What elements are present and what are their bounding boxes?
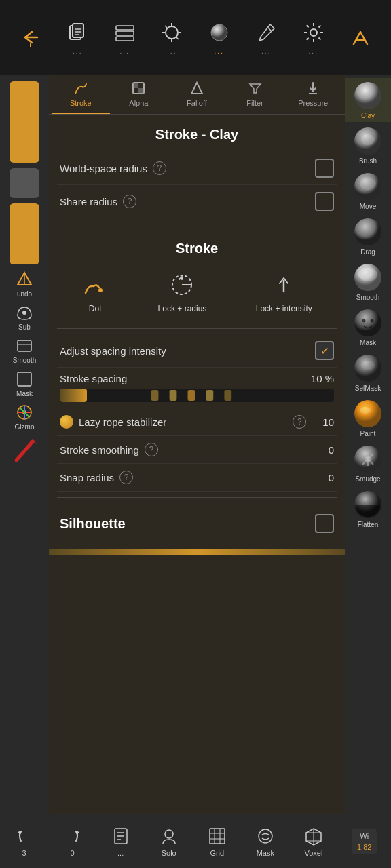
stroke-spacing-label: Stroke spacing [60, 373, 127, 384]
brush-item-paint[interactable]: Paint [345, 396, 391, 440]
tab-pressure-label: Pressure [298, 99, 328, 107]
svg-rect-56 [138, 88, 144, 94]
svg-rect-65 [206, 390, 213, 401]
share-radius-row: Share radius ? [57, 185, 337, 218]
stroke-section-title: Stroke [57, 230, 337, 266]
tab-stroke[interactable]: Stroke [52, 80, 110, 114]
bottom-tool-wi[interactable]: Wi 1.82 [352, 829, 377, 854]
toolbar-lighting[interactable]: ... [160, 20, 184, 55]
sidebar-item-sub[interactable]: Sub [15, 303, 34, 331]
tools-icon [348, 25, 373, 50]
stroke-smoothing-help[interactable]: ? [145, 443, 158, 456]
brush-item-brush[interactable]: Brush [345, 123, 391, 167]
silhouette-checkbox[interactable] [315, 514, 334, 533]
stroke-type-lock-radius[interactable]: Lock + radius [158, 271, 207, 313]
smudge-brush-icon [353, 444, 383, 474]
bottom-tool-undo[interactable]: 3 [14, 826, 35, 857]
sidebar-item-mask[interactable]: Mask [15, 370, 34, 397]
flatten-brush-icon [353, 490, 383, 519]
back-arrow-icon [18, 25, 43, 50]
stroke-tab-icon [73, 80, 89, 96]
toolbar-layers[interactable]: ... [113, 20, 137, 55]
toolbar-tools[interactable] [348, 25, 373, 50]
svg-point-40 [358, 268, 377, 281]
bottom-tool-solo[interactable]: Solo [159, 826, 179, 857]
adjust-spacing-checkbox[interactable] [315, 341, 334, 360]
undo-icon [14, 826, 35, 846]
settings-dots: ... [309, 47, 318, 55]
toolbar-files[interactable]: ... [65, 20, 90, 55]
brush-item-clay[interactable]: Clay [345, 78, 391, 122]
solo-label: Solo [162, 849, 176, 857]
redo-count: 0 [71, 849, 75, 857]
bottom-tool-grid[interactable]: Grid [207, 826, 227, 857]
world-space-radius-checkbox[interactable] [315, 159, 334, 178]
brush-item-selmask[interactable]: SelMask [345, 351, 391, 395]
tab-filter[interactable]: Filter [226, 80, 284, 114]
toolbar-settings[interactable]: ... [301, 20, 326, 55]
layers-dots: ... [120, 47, 130, 55]
divider-2 [57, 328, 337, 329]
svg-rect-62 [151, 390, 159, 401]
bottom-tool-doc[interactable]: ... [111, 826, 131, 857]
tab-falloff[interactable]: Falloff [168, 80, 226, 114]
share-radius-help[interactable]: ? [123, 195, 136, 208]
silhouette-row: Silhouette [57, 503, 337, 544]
world-space-radius-help[interactable]: ? [153, 161, 166, 175]
top-toolbar: ... ... ... [0, 0, 391, 75]
snap-radius-row: Snap radius ? 0 [57, 464, 337, 492]
pressure-tab-icon [305, 80, 321, 96]
bottom-tool-mask[interactable]: Mask [255, 826, 276, 857]
bottom-tool-voxel[interactable]: Voxel [303, 826, 324, 857]
brush-item-drag[interactable]: Drag [345, 214, 391, 258]
drag-label: Drag [360, 248, 375, 256]
brush-item-move[interactable]: Move [345, 169, 391, 213]
grid-icon [207, 826, 227, 846]
sidebar-item-smooth[interactable]: Smooth [13, 336, 36, 364]
adjust-spacing-intensity-row: Adjust spacing intensity [57, 334, 337, 368]
svg-point-46 [354, 400, 381, 427]
snap-radius-value: 0 [329, 472, 334, 484]
svg-point-59 [98, 288, 103, 292]
tab-alpha[interactable]: Alpha [110, 80, 168, 114]
brush-item-mask[interactable]: Mask [345, 305, 391, 349]
sidebar-item-gizmo[interactable]: Gizmo [15, 403, 35, 431]
color-swatch-tertiary[interactable] [10, 203, 39, 264]
stroke-indicator [10, 436, 39, 466]
stroke-type-dot[interactable]: Dot [81, 271, 109, 313]
gizmo-label: Gizmo [15, 423, 35, 431]
lazy-rope-help[interactable]: ? [293, 415, 306, 429]
tab-pressure[interactable]: Pressure [284, 80, 342, 114]
snap-radius-help[interactable]: ? [119, 471, 133, 484]
stroke-type-lock-intensity[interactable]: Lock + intensity [256, 271, 312, 313]
color-swatch-primary[interactable] [10, 81, 39, 163]
toolbar-stylus[interactable]: ... [254, 20, 278, 55]
share-radius-checkbox[interactable] [315, 192, 334, 211]
sidebar-item-sym[interactable]: undo [15, 270, 34, 298]
mask-bottom-label: Mask [257, 849, 274, 857]
brush-item-flatten[interactable]: Flatten [345, 487, 391, 531]
alpha-tab-icon [130, 80, 147, 96]
brush-item-smooth[interactable]: Smooth [345, 260, 391, 304]
lock-radius-stroke-icon [168, 271, 196, 298]
world-space-radius-row: World-space radius ? [57, 152, 337, 185]
stroke-spacing-slider[interactable] [60, 389, 334, 402]
lazy-ball-icon [60, 415, 73, 429]
bottom-tool-redo[interactable]: 0 [62, 826, 83, 857]
panel-bottom-bar [49, 549, 345, 555]
color-swatch-secondary[interactable] [10, 168, 39, 198]
wi-value: 1.82 [357, 843, 371, 851]
divider-1 [57, 224, 337, 224]
filter-tab-icon [247, 80, 263, 96]
brush-item-smudge[interactable]: Smudge [345, 441, 391, 486]
panel-title: Stroke - Clay [57, 115, 337, 152]
stroke-smoothing-value: 0 [329, 444, 334, 456]
svg-point-23 [22, 311, 26, 315]
toolbar-back[interactable] [18, 25, 43, 50]
mask-brush-icon [353, 308, 383, 338]
svg-rect-9 [116, 37, 134, 41]
svg-point-52 [365, 456, 371, 462]
voxel-icon [303, 826, 324, 846]
toolbar-camera[interactable]: ... [207, 20, 231, 55]
sym-label: undo [17, 290, 32, 298]
